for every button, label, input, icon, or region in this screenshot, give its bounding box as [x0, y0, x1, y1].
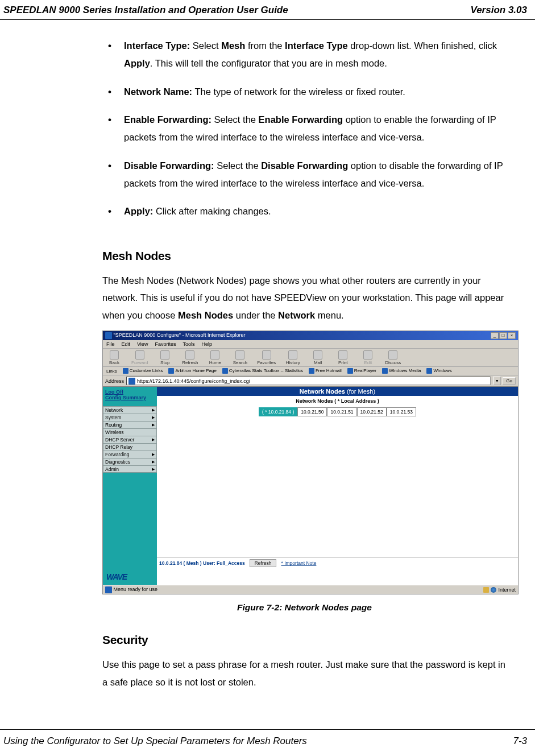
- tb-mail[interactable]: Mail: [310, 350, 326, 365]
- bullet-enable-forwarding: Enable Forwarding: Select the Enable For…: [102, 111, 507, 147]
- link-realplayer[interactable]: RealPlayer: [347, 368, 376, 374]
- local-address-label: Network Nodes ( * Local Address ): [157, 396, 518, 406]
- page-content: Interface Type: Select Mesh from the Int…: [0, 37, 535, 691]
- page-icon: [128, 378, 135, 385]
- sidebar-item-routing[interactable]: Routing▶: [103, 421, 157, 428]
- nodes-row: ( * 10.0.21.84 ) 10.0.21.50 10.0.21.51 1…: [157, 407, 518, 416]
- node-2[interactable]: 10.0.21.51: [327, 407, 356, 416]
- refresh-button[interactable]: Refresh: [250, 559, 277, 567]
- minimize-button[interactable]: _: [491, 332, 499, 339]
- bullet-network-name: Network Name: The type of network for th…: [102, 83, 507, 101]
- link-icon: [222, 368, 228, 374]
- sidebar-top: Log Off Config Summary: [103, 387, 157, 406]
- address-field[interactable]: https://172.16.1.40:445/configure/config…: [126, 377, 491, 385]
- address-dropdown-button[interactable]: ▼: [493, 377, 501, 385]
- node-4[interactable]: 10.0.21.53: [387, 407, 416, 416]
- main-panel: Network Nodes (for Mesh) Network Nodes (…: [157, 387, 518, 569]
- bullet-interface-type: Interface Type: Select Mesh from the Int…: [102, 37, 507, 73]
- tb-edit: Edit: [360, 350, 376, 365]
- chevron-right-icon: ▶: [152, 423, 155, 427]
- sidebar-item-admin[interactable]: Admin▶: [103, 465, 157, 473]
- window-controls: _ □ ×: [491, 332, 516, 339]
- address-label: Address: [105, 378, 124, 384]
- tb-search[interactable]: Search: [232, 350, 248, 365]
- maximize-button[interactable]: □: [499, 332, 507, 339]
- links-label: Links: [106, 369, 117, 374]
- window-titlebar[interactable]: "SPEEDLAN 9000 Configure" - Microsoft In…: [103, 331, 518, 340]
- close-button[interactable]: ×: [508, 332, 516, 339]
- link-windows[interactable]: Windows: [426, 368, 451, 374]
- chevron-right-icon: ▶: [152, 408, 155, 412]
- sidebar-item-network[interactable]: Network▶: [103, 406, 157, 414]
- node-local[interactable]: ( * 10.0.21.84 ): [259, 407, 297, 416]
- tb-favorites[interactable]: Favorites: [257, 350, 276, 365]
- tb-stop[interactable]: Stop: [157, 350, 173, 365]
- network-nodes-title-bar: Network Nodes (for Mesh): [157, 387, 518, 396]
- sidebar-config-summary-link[interactable]: Config Summary: [105, 395, 155, 400]
- link-customize[interactable]: Customize Links: [123, 368, 163, 374]
- ie-icon: [105, 586, 112, 593]
- chevron-right-icon: ▶: [152, 437, 155, 442]
- print-icon: [338, 350, 347, 360]
- sidebar-item-dhcp-relay[interactable]: DHCP Relay: [103, 443, 157, 451]
- history-icon: [288, 350, 297, 360]
- link-arbitron[interactable]: Arbitron Home Page: [168, 368, 216, 374]
- menu-favorites[interactable]: Favorites: [155, 341, 176, 347]
- node-3[interactable]: 10.0.21.52: [357, 407, 387, 416]
- chevron-right-icon: ▶: [152, 452, 155, 457]
- menu-view[interactable]: View: [137, 341, 148, 347]
- link-cyberatlas[interactable]: Cyberatlas Stats Toolbox -- Statistics: [222, 368, 303, 374]
- status-right: Internet: [483, 587, 516, 593]
- refresh-icon: [185, 350, 194, 360]
- link-hotmail[interactable]: Free Hotmail: [309, 368, 342, 374]
- bullet-list: Interface Type: Select Mesh from the Int…: [102, 37, 507, 221]
- tb-discuss[interactable]: Discuss: [385, 350, 401, 365]
- sidebar-item-diagnostics[interactable]: Diagnostics▶: [103, 458, 157, 465]
- sidebar-item-system[interactable]: System▶: [103, 414, 157, 421]
- chevron-right-icon: ▶: [152, 467, 155, 472]
- sidebar-footer-row: WAVE: [103, 569, 518, 585]
- discuss-icon: [388, 350, 397, 360]
- link-icon: [347, 368, 353, 374]
- menu-edit[interactable]: Edit: [122, 341, 131, 347]
- browser-window: "SPEEDLAN 9000 Configure" - Microsoft In…: [102, 331, 519, 594]
- link-icon: [123, 368, 128, 374]
- tb-back[interactable]: Back: [106, 350, 122, 365]
- search-icon: [235, 350, 244, 360]
- sidebar-item-wireless[interactable]: Wireless: [103, 428, 157, 436]
- menu-file[interactable]: File: [106, 341, 115, 347]
- edit-icon: [363, 350, 372, 360]
- window-title: "SPEEDLAN 9000 Configure" - Microsoft In…: [105, 332, 246, 339]
- tb-home[interactable]: Home: [207, 350, 223, 365]
- page-body: Log Off Config Summary Network▶ System▶ …: [103, 387, 518, 569]
- back-icon: [110, 350, 119, 360]
- footer-right: 7-3: [513, 736, 527, 747]
- sidebar-item-dhcp-server[interactable]: DHCP Server▶: [103, 436, 157, 443]
- important-note-link[interactable]: * Important Note: [281, 560, 316, 566]
- link-icon: [382, 368, 388, 374]
- link-icon: [168, 368, 174, 374]
- chevron-right-icon: ▶: [152, 415, 155, 420]
- figure-caption: Figure 7-2: Network Nodes page: [102, 602, 507, 613]
- header-title: SPEEDLAN 9000 Series Installation and Op…: [3, 5, 288, 16]
- link-windowsmedia[interactable]: Windows Media: [382, 368, 421, 374]
- page-footer: Using the Configurator to Set Up Special…: [0, 729, 535, 747]
- sidebar: Log Off Config Summary Network▶ System▶ …: [103, 387, 157, 569]
- toolbar: Back Forward Stop Refresh Home Search Fa…: [103, 349, 518, 367]
- sidebar-logoff-link[interactable]: Log Off: [105, 389, 155, 395]
- favorites-icon: [262, 350, 271, 360]
- header-version: Version 3.03: [470, 5, 527, 16]
- sidebar-item-forwarding[interactable]: Forwarding▶: [103, 451, 157, 458]
- tb-print[interactable]: Print: [335, 350, 351, 365]
- status-bar: Menu ready for use Internet: [103, 585, 518, 594]
- tb-history[interactable]: History: [285, 350, 301, 365]
- chevron-right-icon: ▶: [152, 460, 155, 464]
- tb-refresh[interactable]: Refresh: [182, 350, 198, 365]
- menu-tools[interactable]: Tools: [183, 341, 194, 347]
- address-bar: Address https://172.16.1.40:445/configur…: [103, 375, 518, 387]
- security-text: Use this page to set a pass phrase for a…: [102, 656, 507, 691]
- go-button[interactable]: Go: [503, 377, 516, 385]
- menu-help[interactable]: Help: [201, 341, 212, 347]
- tb-forward: Forward: [131, 350, 148, 365]
- node-1[interactable]: 10.0.21.50: [297, 407, 327, 416]
